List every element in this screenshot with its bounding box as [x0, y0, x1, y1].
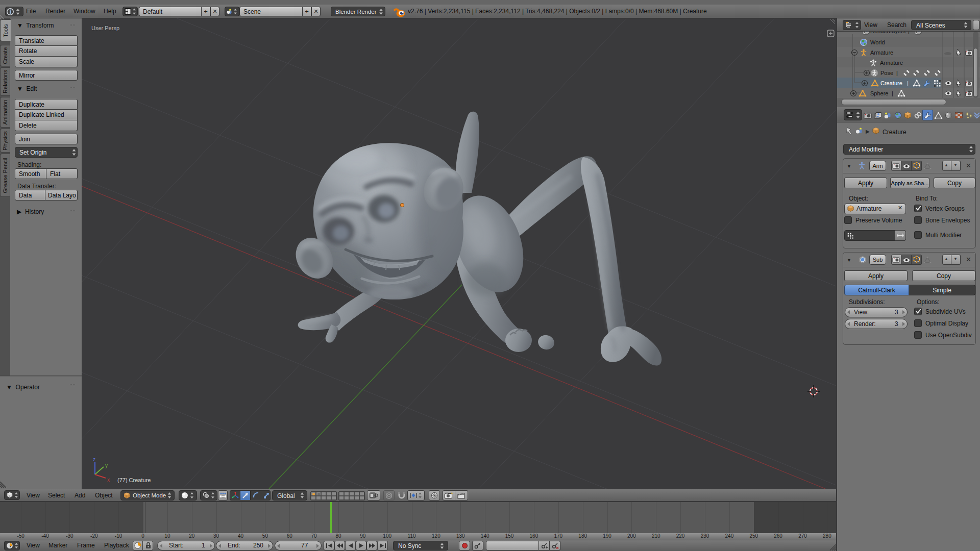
svg-text:x: x — [107, 477, 110, 483]
svg-text:y: y — [105, 463, 108, 468]
svg-text:(77) Creature: (77) Creature — [117, 477, 151, 483]
svg-text:z: z — [93, 457, 95, 462]
svg-text:User Persp: User Persp — [91, 25, 119, 31]
